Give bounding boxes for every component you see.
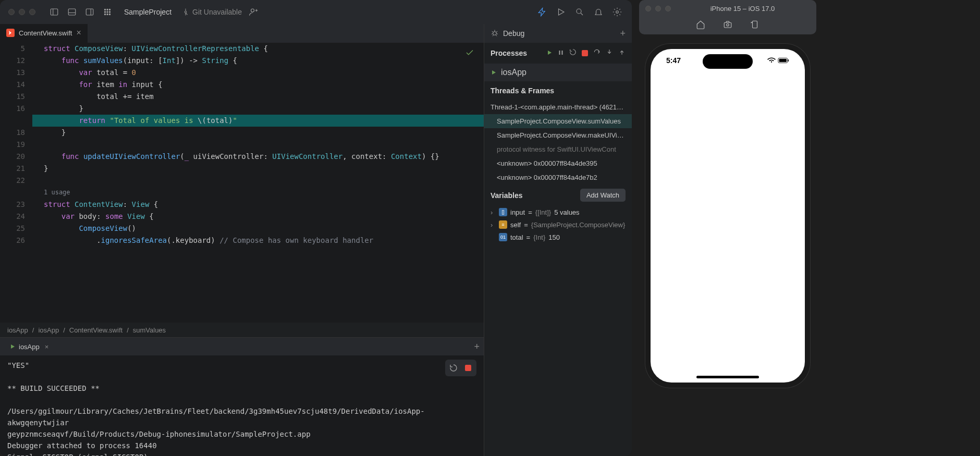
git-status[interactable]: Git Unavailable (182, 8, 242, 16)
console-line (7, 371, 476, 383)
file-tab-contentview[interactable]: ContentView.swift × (0, 24, 88, 43)
int-icon: 01 (499, 233, 507, 241)
close-tab-icon[interactable]: × (45, 343, 49, 351)
svg-point-7 (107, 9, 108, 10)
svg-point-25 (616, 11, 619, 14)
breakpoint-line[interactable] (0, 115, 25, 127)
panel-left-icon[interactable] (48, 6, 60, 18)
stack-frame[interactable]: protocol witness for SwiftUI.UIViewCont (484, 142, 632, 156)
svg-line-31 (492, 34, 493, 34)
play-icon (491, 69, 497, 76)
resume-icon[interactable] (546, 48, 553, 58)
simulator-toolbar (639, 17, 816, 34)
console-panel: iosApp × + "YES" ** BUILD SUCCEEDED ** /… (0, 337, 484, 456)
code-line: for item in input { (32, 79, 484, 91)
main-area: ContentView.swift × 5 12 13 14 15 16 18 … (0, 24, 632, 456)
step-out-icon[interactable] (618, 48, 626, 58)
rerun-icon[interactable] (447, 362, 460, 374)
line-number: 5 (0, 43, 25, 55)
svg-marker-22 (559, 9, 565, 15)
code-area[interactable]: struct ComposeView: UIViewControllerRepr… (32, 43, 484, 323)
minimize-window-icon[interactable] (19, 9, 25, 15)
wifi-icon (767, 57, 776, 64)
stack-frame[interactable]: SampleProject.ComposeView.makeUIView (484, 128, 632, 142)
panel-right-icon[interactable] (83, 6, 96, 18)
run-icon[interactable] (555, 6, 567, 18)
run-tab[interactable]: iosApp × (4, 338, 54, 355)
code-line-highlighted: return "Total of values is \(total)" (32, 115, 484, 127)
add-tab-icon[interactable]: + (474, 341, 480, 352)
stop-process-icon[interactable] (582, 50, 588, 56)
camera-icon[interactable] (723, 20, 732, 31)
maximize-window-icon[interactable] (665, 6, 671, 11)
svg-point-27 (493, 32, 497, 35)
pause-icon[interactable] (558, 48, 564, 58)
bell-icon[interactable] (592, 6, 605, 18)
step-over-icon[interactable] (593, 48, 601, 58)
gutter[interactable]: 5 12 13 14 15 16 18 19 20 21 22 23 24 25 (0, 43, 32, 323)
restart-icon[interactable] (569, 48, 577, 58)
process-item[interactable]: iosApp (484, 64, 632, 81)
svg-point-10 (107, 11, 108, 13)
debug-panel: Debug + Processes iosApp Thread (484, 24, 632, 456)
breadcrumb-part[interactable]: sumValues (133, 326, 166, 334)
svg-line-29 (492, 31, 494, 32)
grid-icon[interactable] (101, 6, 114, 18)
stack-frame[interactable]: <unknown> 0x00007ff84a4de395 (484, 156, 632, 170)
simulator-titlebar: iPhone 15 – iOS 17.0 (639, 0, 816, 17)
rotate-icon[interactable] (750, 20, 760, 31)
console-line: Signal: SIGSTOP (signal SIGSTOP) (7, 451, 476, 456)
chevron-right-icon[interactable]: › (491, 221, 496, 229)
gear-icon[interactable] (611, 6, 623, 18)
minimize-window-icon[interactable] (655, 6, 661, 11)
close-tab-icon[interactable]: × (76, 28, 81, 38)
svg-point-19 (251, 9, 254, 12)
phone-screen[interactable]: 5:47 (651, 49, 805, 383)
step-into-icon[interactable] (606, 48, 613, 58)
stack-frame[interactable]: <unknown> 0x00007ff84a4de7b2 (484, 170, 632, 184)
home-indicator[interactable] (696, 376, 759, 378)
svg-point-12 (104, 14, 105, 15)
svg-line-34 (496, 35, 497, 36)
variable-row[interactable]: 01 total = {Int} 150 (484, 231, 632, 243)
breadcrumb-part[interactable]: iosApp (38, 326, 59, 334)
thread-row[interactable]: Thread-1-<com.apple.main-thread> (462171… (484, 100, 632, 114)
chevron-right-icon[interactable]: › (491, 208, 496, 216)
code-line: func updateUIViewController(_ uiViewCont… (32, 151, 484, 163)
svg-marker-26 (11, 344, 15, 349)
svg-rect-0 (51, 9, 58, 15)
run-tab-label: iosApp (19, 343, 40, 351)
debug-title: Debug (503, 29, 524, 38)
svg-point-6 (104, 9, 105, 10)
stack-frame[interactable]: SampleProject.ComposeView.sumValues (484, 114, 632, 128)
code-line: .ignoresSafeArea(.keyboard) // Compose h… (32, 235, 484, 247)
variable-row[interactable]: › ≡ self ={SampleProject.ComposeView} (484, 218, 632, 231)
breadcrumb[interactable]: iosApp / iosApp / ContentView.swift / su… (0, 323, 484, 337)
line-number: 20 (0, 151, 25, 163)
usage-hint[interactable]: 1 usage (32, 187, 484, 199)
variables-header: Variables Add Watch (484, 184, 632, 206)
breadcrumb-part[interactable]: ContentView.swift (69, 326, 123, 334)
console-output[interactable]: "YES" ** BUILD SUCCEEDED ** /Users/ggilm… (0, 355, 484, 456)
code-editor[interactable]: 5 12 13 14 15 16 18 19 20 21 22 23 24 25 (0, 43, 484, 323)
add-watch-button[interactable]: Add Watch (580, 189, 626, 202)
panel-bottom-icon[interactable] (66, 6, 78, 18)
line-number: 15 (0, 91, 25, 103)
close-window-icon[interactable] (8, 9, 15, 15)
svg-rect-41 (724, 22, 731, 28)
project-name[interactable]: SampleProject (124, 8, 172, 16)
bolt-icon[interactable] (536, 6, 548, 18)
home-icon[interactable] (696, 20, 705, 31)
maximize-window-icon[interactable] (29, 9, 35, 15)
add-debug-icon[interactable]: + (620, 28, 626, 39)
simulator-window: iPhone 15 – iOS 17.0 5:47 (639, 0, 816, 456)
close-window-icon[interactable] (645, 6, 651, 11)
variable-row[interactable]: › [] input = {[Int]} 5 values (484, 206, 632, 218)
search-icon[interactable] (573, 6, 586, 18)
svg-point-42 (727, 24, 729, 27)
add-user-icon[interactable] (247, 6, 260, 18)
breadcrumb-part[interactable]: iosApp (7, 326, 28, 334)
svg-line-24 (581, 13, 583, 15)
stop-icon[interactable] (462, 362, 474, 374)
console-line: Debugger attached to process 16440 (7, 440, 476, 451)
